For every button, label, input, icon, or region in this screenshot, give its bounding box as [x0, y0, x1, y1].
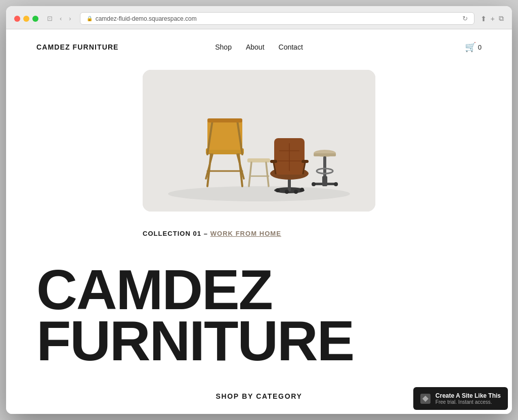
address-bar[interactable]: 🔒 camdez-fluid-demo.squarespace.com ↻ [80, 12, 474, 25]
browser-chrome: ⊡ ‹ › 🔒 camdez-fluid-demo.squarespace.co… [6, 6, 512, 29]
lock-icon: 🔒 [87, 16, 93, 21]
browser-window: ⊡ ‹ › 🔒 camdez-fluid-demo.squarespace.co… [6, 6, 512, 414]
svg-point-1 [168, 186, 350, 201]
hero-title-section: CAMDEZ FURNITURE [6, 255, 512, 372]
cart-icon: 🛒 [465, 41, 476, 53]
nav-link-contact[interactable]: Contact [279, 43, 303, 51]
banner-sub-text: Free trial. Instant access. [436, 399, 501, 405]
nav-link-about[interactable]: About [246, 43, 265, 51]
page-content: CAMDEZ FURNITURE Shop About Contact 🛒 0 [6, 29, 512, 414]
maximize-button[interactable] [32, 16, 38, 22]
nav-links: Shop About Contact [215, 43, 303, 51]
cart-area[interactable]: 🛒 0 [465, 41, 482, 53]
close-button[interactable] [14, 16, 20, 22]
svg-point-37 [312, 182, 316, 186]
share-icon[interactable]: ⬆ [481, 15, 487, 23]
forward-button[interactable]: › [66, 14, 73, 23]
product-image [143, 70, 375, 212]
tab-overview-icon[interactable]: ⧉ [499, 14, 504, 23]
product-card[interactable] [143, 70, 375, 212]
sidebar-toggle-icon[interactable]: ⊡ [45, 14, 55, 23]
squarespace-banner[interactable]: Create A Site Like This Free trial. Inst… [413, 387, 508, 410]
svg-point-28 [285, 190, 289, 194]
traffic-lights [14, 16, 38, 22]
collection-link[interactable]: WORK FROM HOME [210, 230, 281, 237]
refresh-icon[interactable]: ↻ [462, 15, 468, 22]
hero-section: COLLECTION 01 – WORK FROM HOME [6, 65, 512, 255]
hero-title: CAMDEZ FURNITURE [36, 265, 482, 367]
collection-label: COLLECTION 01 – WORK FROM HOME [143, 222, 375, 239]
banner-main-text: Create A Site Like This [436, 392, 501, 399]
svg-rect-35 [322, 176, 327, 186]
nav-controls: ⊡ ‹ › [45, 14, 74, 23]
back-button[interactable]: ‹ [57, 14, 64, 23]
svg-rect-11 [207, 118, 242, 122]
navbar: CAMDEZ FURNITURE Shop About Contact 🛒 0 [6, 29, 512, 65]
squarespace-icon [420, 394, 430, 404]
minimize-button[interactable] [23, 16, 29, 22]
browser-actions: ⬆ + ⧉ [481, 14, 504, 23]
svg-point-27 [276, 188, 280, 192]
svg-rect-32 [314, 153, 336, 156]
cart-count: 0 [478, 44, 482, 51]
new-tab-icon[interactable]: + [491, 15, 495, 23]
banner-text: Create A Site Like This Free trial. Inst… [436, 392, 501, 405]
svg-point-29 [294, 190, 298, 194]
brand-logo[interactable]: CAMDEZ FURNITURE [36, 43, 119, 51]
url-text: camdez-fluid-demo.squarespace.com [96, 15, 197, 22]
svg-point-38 [334, 182, 338, 186]
nav-link-shop[interactable]: Shop [215, 43, 232, 51]
collection-prefix: COLLECTION 01 – [143, 230, 210, 237]
svg-point-30 [300, 188, 304, 192]
chairs-svg [143, 70, 375, 212]
